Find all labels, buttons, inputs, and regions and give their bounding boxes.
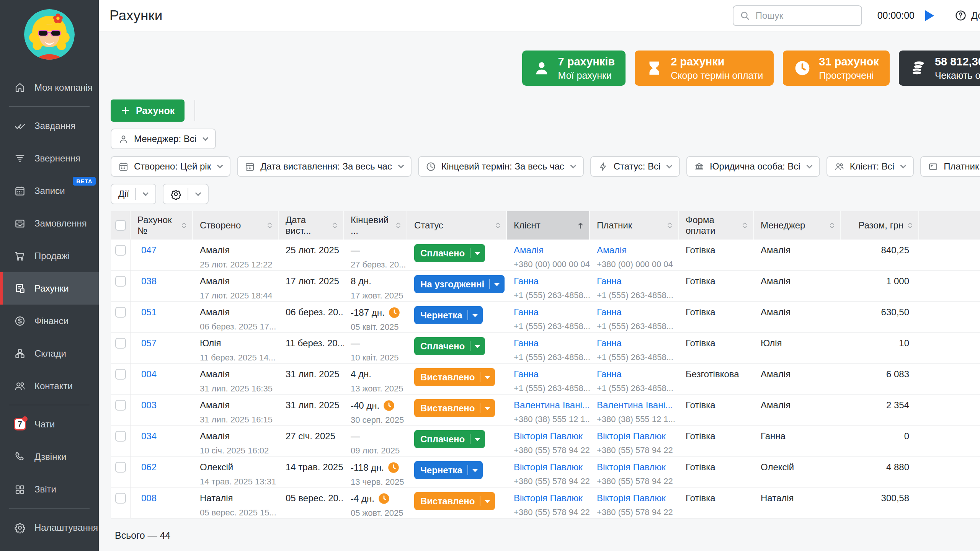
col-header-total[interactable]: Разом, грн (841, 211, 919, 240)
row-checkbox[interactable] (115, 431, 126, 442)
card-overdue[interactable]: 31 рахунок Прострочені (783, 51, 890, 86)
invoice-number-link[interactable]: 062 (137, 460, 157, 473)
filter-status[interactable]: Статус: Всі (590, 156, 680, 177)
col-header-due-date[interactable]: Кінцевий ... (344, 211, 407, 240)
filter-payer[interactable]: Платник: Всі (920, 156, 980, 177)
status-badge[interactable]: Сплачено (414, 337, 485, 355)
manager-name: Амалія (761, 367, 837, 380)
company-avatar[interactable] (24, 9, 75, 60)
card-awaiting-payment[interactable]: 58 812,30 грн Чекають оплату (899, 51, 980, 86)
sidebar-item-calls[interactable]: Дзвінки (0, 440, 99, 473)
payer-phone: +380 (55) 578 94 22 (597, 476, 675, 486)
filter-due-date[interactable]: Кінцевий термін: За весь час (418, 156, 584, 177)
col-header-manager[interactable]: Менеджер (754, 211, 841, 240)
invoice-number-link[interactable]: 034 (137, 429, 157, 442)
sidebar-item-sales[interactable]: Продажі (0, 240, 99, 272)
sidebar-item-my-company[interactable]: Моя компанія (0, 71, 99, 104)
row-checkbox[interactable] (115, 462, 126, 473)
status-badge[interactable]: Чернетка (414, 306, 483, 324)
client-link[interactable]: Валентина Івані... (514, 398, 590, 411)
row-checkbox[interactable] (115, 245, 126, 256)
status-badge[interactable]: Чернетка (414, 461, 483, 479)
payer-link[interactable]: Валентина Івані... (597, 398, 673, 411)
client-link[interactable]: Ганна (514, 367, 539, 380)
client-link[interactable]: Вікторія Павлюк (514, 429, 583, 442)
sidebar-item-finances[interactable]: Фінанси (0, 305, 99, 337)
payer-link[interactable]: Вікторія Павлюк (597, 491, 666, 504)
client-link[interactable]: Вікторія Павлюк (514, 491, 583, 504)
col-header-client[interactable]: Клієнт (507, 211, 590, 240)
client-link[interactable]: Ганна (514, 305, 539, 318)
avatar-image (24, 9, 75, 60)
sidebar-item-orders[interactable]: Замовлення (0, 207, 99, 240)
row-checkbox[interactable] (115, 369, 126, 380)
search-icon (740, 10, 750, 21)
row-checkbox[interactable] (115, 400, 126, 411)
select-all-cell (111, 211, 131, 240)
col-header-status[interactable]: Статус (407, 211, 507, 240)
invoice-number-link[interactable]: 051 (137, 305, 157, 318)
status-badge[interactable]: Виставлено (414, 399, 495, 417)
filter-legal-entity[interactable]: Юридична особа: Всі (686, 156, 820, 177)
status-badge[interactable]: Виставлено (414, 368, 495, 386)
invoice-number-link[interactable]: 038 (137, 274, 157, 287)
status-badge[interactable]: Виставлено (414, 492, 495, 510)
payer-link[interactable]: Ганна (597, 367, 622, 380)
client-link[interactable]: Ганна (514, 336, 539, 349)
actions-dropdown[interactable]: Дії (111, 184, 156, 204)
total-amount: 630,50 (848, 305, 909, 318)
invoice-number-link[interactable]: 057 (137, 336, 157, 349)
col-header-created[interactable]: Створено (193, 211, 279, 240)
select-all-checkbox[interactable] (115, 220, 126, 231)
sidebar-item-tasks[interactable]: Завдання (0, 109, 99, 142)
payer-link[interactable]: Ганна (597, 305, 622, 318)
issue-date: 25 лют. 2025 (286, 243, 340, 256)
add-invoice-button[interactable]: Рахунок (111, 99, 185, 122)
card-my-invoices[interactable]: 7 рахунків Мої рахунки (522, 51, 626, 86)
search-input[interactable] (755, 10, 855, 21)
row-checkbox[interactable] (115, 307, 126, 318)
table-settings-dropdown[interactable] (163, 184, 209, 204)
timer-play-button[interactable] (925, 10, 934, 21)
payer-link[interactable]: Вікторія Павлюк (597, 429, 666, 442)
client-link[interactable]: Вікторія Павлюк (514, 460, 583, 473)
row-checkbox[interactable] (115, 493, 126, 504)
row-checkbox[interactable] (115, 276, 126, 287)
status-badge[interactable]: Сплачено (414, 244, 485, 262)
invoice-number-link[interactable]: 008 (137, 491, 157, 504)
col-header-payment-form[interactable]: Форма оплати (679, 211, 754, 240)
status-badge[interactable]: Сплачено (414, 430, 485, 448)
payer-link[interactable]: Вікторія Павлюк (597, 460, 666, 473)
payer-phone: +380 (55) 578 94 22 (597, 507, 675, 517)
client-link[interactable]: Ганна (514, 274, 539, 287)
payer-link[interactable]: Ганна (597, 274, 622, 287)
help-button[interactable]: Допомога (955, 10, 980, 21)
invoice-number-link[interactable]: 003 (137, 398, 157, 411)
sidebar-item-contacts[interactable]: Контакти (0, 370, 99, 402)
sidebar-item-invoices[interactable]: Рахунки (0, 272, 99, 305)
filter-manager[interactable]: Менеджер: Всі (111, 129, 216, 149)
sidebar-item-reports[interactable]: Звіти (0, 473, 99, 505)
col-header-payer[interactable]: Платник (590, 211, 679, 240)
sidebar-item-requests[interactable]: Звернення (0, 142, 99, 174)
filter-created[interactable]: Створено: Цей рік (111, 156, 230, 177)
client-link[interactable]: Амалія (514, 243, 544, 256)
status-badge[interactable]: На узгодженні (414, 275, 505, 293)
filter-issue-date[interactable]: Дата виставлення: За весь час (237, 156, 412, 177)
card-due-soon[interactable]: 2 рахунки Скоро термін оплати (635, 51, 774, 86)
sidebar-item-warehouses[interactable]: Склади (0, 337, 99, 370)
sidebar-item-settings[interactable]: Налаштування (0, 511, 99, 544)
payer-link[interactable]: Амалія (597, 243, 627, 256)
col-header-number[interactable]: Рахунок № (131, 211, 193, 240)
col-header-issue-date[interactable]: Дата вист... (279, 211, 344, 240)
payer-link[interactable]: Ганна (597, 336, 622, 349)
row-checkbox[interactable] (115, 338, 126, 349)
sidebar-item-records[interactable]: Записи BETA (0, 174, 99, 207)
filter-client[interactable]: Клієнт: Всі (826, 156, 914, 177)
invoice-number-link[interactable]: 047 (137, 243, 157, 256)
sidebar-item-chats[interactable]: 7 Чати (0, 408, 99, 440)
status-label: Виставлено (420, 372, 475, 383)
invoice-number-link[interactable]: 004 (137, 367, 157, 380)
created-at: 25 лют. 2025 12:22 (200, 260, 275, 270)
payment-form: Готівка (686, 429, 750, 442)
